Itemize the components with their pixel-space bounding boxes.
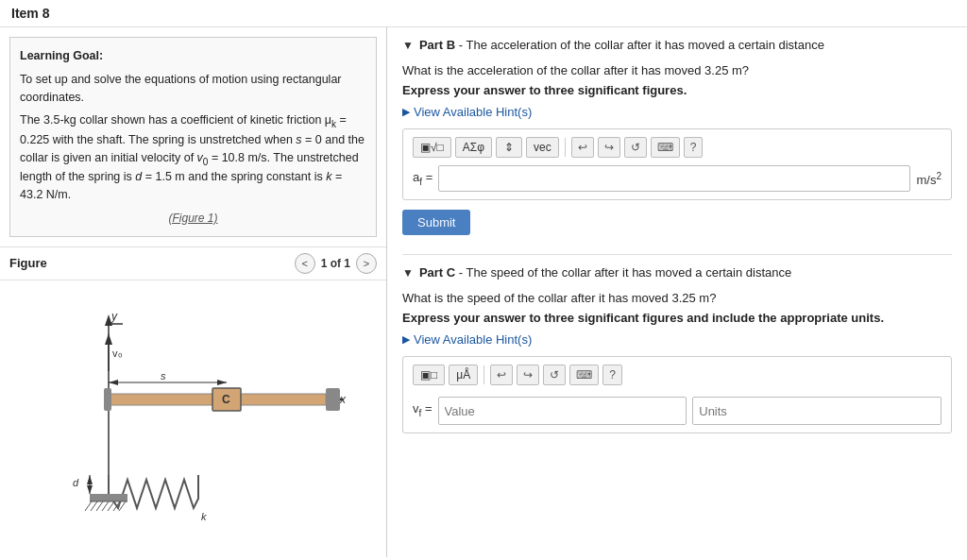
left-panel: Learning Goal: To set up and solve the e…: [0, 27, 387, 557]
figure-header: Figure < 1 of 1 >: [0, 246, 386, 280]
part-c-keyboard-button[interactable]: ⌨: [569, 365, 599, 385]
part-c-units-input[interactable]: [692, 397, 942, 425]
part-c-help-button[interactable]: ?: [602, 365, 622, 385]
learning-goal-text1: To set up and solve the equations of mot…: [20, 71, 366, 107]
part-b-submit-button[interactable]: Submit: [402, 210, 470, 235]
svg-marker-29: [87, 475, 93, 484]
part-c-title: Part C - The speed of the collar after i…: [419, 264, 791, 281]
part-c-hint-link[interactable]: ▶ View Available Hint(s): [402, 332, 952, 347]
figure-prev-button[interactable]: <: [295, 253, 315, 274]
part-c-input-row: vf =: [413, 393, 942, 425]
svg-text:s: s: [161, 370, 166, 382]
part-c-header: ▼ Part C - The speed of the collar after…: [402, 264, 952, 281]
refresh-button[interactable]: ↺: [624, 137, 647, 158]
toolbar-separator: [565, 138, 566, 157]
right-panel: ▼ Part B - The acceleration of the colla…: [387, 27, 967, 557]
svg-text:y: y: [110, 310, 118, 323]
greek-button[interactable]: ΑΣφ: [455, 137, 492, 158]
learning-goal-text2: The 3.5-kg collar shown has a coefficien…: [20, 111, 366, 203]
part-b-emphasis: Express your answer to three significant…: [402, 83, 952, 97]
svg-line-19: [96, 501, 103, 511]
figure-next-button[interactable]: >: [356, 253, 377, 274]
part-b-section: ▼ Part B - The acceleration of the colla…: [402, 37, 952, 235]
svg-marker-30: [87, 485, 93, 494]
svg-marker-8: [105, 333, 112, 345]
part-c-units-button[interactable]: μÅ: [449, 365, 478, 385]
svg-line-20: [102, 501, 109, 511]
matrix-button[interactable]: ▣√□: [413, 137, 451, 158]
svg-text:C: C: [222, 393, 230, 406]
learning-goal-title: Learning Goal:: [20, 47, 366, 65]
part-b-answer-input[interactable]: [438, 165, 910, 192]
part-b-toolbar: ▣√□ ΑΣφ ⇕ vec ↩ ↪ ↺ ⌨ ?: [413, 137, 942, 158]
part-b-input-label: af =: [413, 170, 433, 187]
part-b-collapse-icon[interactable]: ▼: [402, 39, 414, 52]
part-b-unit: m/s2: [916, 171, 942, 187]
page-indicator: 1 of 1: [321, 257, 350, 270]
part-b-question: What is the acceleration of the collar a…: [402, 63, 952, 77]
svg-rect-12: [104, 388, 111, 411]
part-c-answer-box: ▣□ μÅ ↩ ↪ ↺ ⌨ ? vf =: [402, 356, 952, 433]
svg-rect-11: [326, 388, 340, 411]
part-c-question: What is the speed of the collar after it…: [402, 291, 952, 305]
section-divider: [402, 254, 952, 255]
part-c-emphasis: Express your answer to three significant…: [402, 311, 952, 325]
redo-button[interactable]: ↪: [598, 137, 620, 158]
part-c-input-label: vf =: [413, 401, 433, 418]
figure-label: Figure: [9, 256, 47, 270]
svg-text:k: k: [201, 511, 207, 522]
part-c-toolbar: ▣□ μÅ ↩ ↪ ↺ ⌨ ?: [413, 365, 942, 385]
hint-arrow-icon: ▶: [402, 106, 410, 118]
svg-text:x: x: [339, 393, 347, 406]
svg-line-17: [85, 501, 92, 511]
svg-text:d: d: [73, 477, 79, 488]
keyboard-button[interactable]: ⌨: [651, 137, 680, 158]
figure-nav: < 1 of 1 >: [295, 253, 377, 274]
figure-diagram: y x v₀ C: [33, 305, 354, 532]
vec-button[interactable]: vec: [526, 137, 559, 158]
part-c-value-input[interactable]: [438, 397, 687, 425]
svg-line-21: [108, 501, 114, 511]
part-c-refresh-button[interactable]: ↺: [543, 365, 566, 385]
help-button[interactable]: ?: [684, 137, 704, 158]
part-c-undo-button[interactable]: ↩: [490, 365, 513, 385]
part-c-section: ▼ Part C - The speed of the collar after…: [402, 264, 952, 433]
part-c-value-units: [438, 397, 942, 425]
item-header: Item 8: [0, 0, 967, 27]
figure-link[interactable]: (Figure 1): [20, 210, 366, 227]
part-b-title: Part B - The acceleration of the collar …: [419, 37, 824, 54]
part-c-collapse-icon[interactable]: ▼: [402, 266, 414, 280]
part-b-input-row: af = m/s2: [413, 165, 942, 192]
part-c-matrix-button[interactable]: ▣□: [413, 365, 445, 385]
part-c-redo-button[interactable]: ↪: [517, 365, 539, 385]
item-title: Item 8: [11, 6, 49, 21]
learning-goal-box: Learning Goal: To set up and solve the e…: [9, 37, 377, 237]
figure-area: y x v₀ C: [0, 280, 386, 558]
svg-rect-15: [90, 494, 127, 501]
part-b-header: ▼ Part B - The acceleration of the colla…: [402, 37, 952, 54]
svg-marker-25: [217, 380, 227, 385]
part-c-toolbar-separator: [484, 365, 484, 384]
svg-marker-26: [109, 380, 118, 385]
svg-text:v₀: v₀: [112, 348, 123, 359]
svg-line-18: [91, 501, 97, 511]
undo-button[interactable]: ↩: [571, 137, 594, 158]
part-c-hint-arrow-icon: ▶: [402, 333, 410, 346]
arrows-button[interactable]: ⇕: [496, 137, 522, 158]
part-b-answer-box: ▣√□ ΑΣφ ⇕ vec ↩ ↪ ↺ ⌨ ? af = m/s2: [402, 128, 952, 200]
part-b-hint-link[interactable]: ▶ View Available Hint(s): [402, 105, 952, 119]
